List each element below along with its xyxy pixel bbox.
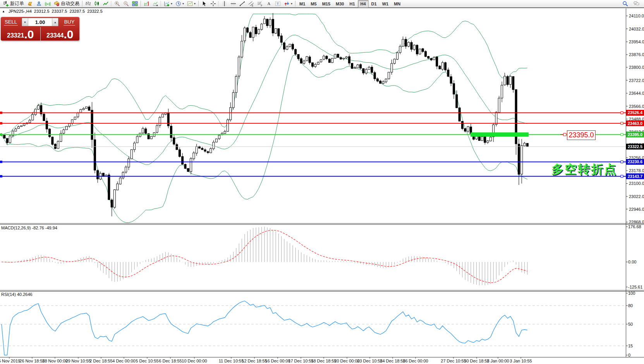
svg-text:23100.0: 23100.0 [629,181,644,186]
volume-decrease-button[interactable]: ▼ [22,18,28,26]
templates-icon [187,1,193,7]
svg-text:23526.4: 23526.4 [628,110,642,115]
rsi-label: RSI(14) 40.2646 [1,292,33,297]
chevron-down-icon: ▾ [171,2,172,5]
time-label: 17 Dec 10:55 [288,359,313,363]
toolbar-button-zoom-in[interactable] [113,0,122,8]
time-label: 18 Dec 18:55 [311,359,336,363]
ohlc-high: 23337.5 [52,9,67,14]
time-label: 28 Nov 00:00 [42,359,67,363]
toolbar-button-line-chart[interactable] [101,0,110,8]
svg-text:24110.0: 24110.0 [629,14,644,18]
svg-text:F: F [261,4,262,7]
svg-text:22868.0: 22868.0 [629,220,644,224]
time-label: 12 Dec 18:55 [242,359,267,363]
timeframe-D1[interactable]: D1 [369,0,380,8]
chart-area[interactable]: 24110.024032.023954.023876.023800.023722… [0,0,644,364]
toolbar-button-periods[interactable]: ▾ [174,0,185,8]
toolbar-button-indicators[interactable]: ▾ [162,0,174,8]
svg-text:23644.0: 23644.0 [629,91,644,96]
toolbar-button-horizontal-line[interactable] [229,0,238,8]
toolbar-button-arrows[interactable]: ▾ [282,0,294,8]
toolbar-button-fibonacci[interactable]: F [256,0,264,8]
toolbar-separator [198,1,199,7]
toolbar-button-tile-windows[interactable] [131,0,139,8]
svg-text:0: 0 [628,353,630,357]
zoom-in-icon [114,1,120,7]
toolbar-button-text-label[interactable]: T [273,0,282,8]
toolbar-separator [82,1,82,7]
toolbar: 新订单自动交易▾▾▾EFAT▾M1M5M15M30H1H4D1W1MN [0,0,644,8]
timeframe-W1[interactable]: W1 [380,0,392,8]
time-axis[interactable]: 5 Nov 201926 Nov 18:5528 Nov 00:0029 Nov… [0,357,532,363]
svg-text:23722.0: 23722.0 [629,78,644,83]
timeframe-H1[interactable]: H1 [347,0,357,8]
turning-point-text[interactable]: 多空转折点 [551,161,617,178]
toolbar-button-cursor[interactable] [200,0,209,8]
toolbar-button-search[interactable] [621,0,630,8]
toolbar-button-vertical-line[interactable] [220,0,229,8]
timeframe-M5[interactable]: M5 [308,0,319,8]
svg-text:50: 50 [628,322,633,326]
timeframe-M1[interactable]: M1 [297,0,308,8]
toolbar-button-candle-chart[interactable] [93,0,101,8]
toolbar-separator [295,1,295,7]
chart-shift-icon [144,1,149,7]
toolbar-button-chart-shift[interactable] [142,0,151,8]
chevron-down-icon: ▾ [291,2,292,5]
volume-input[interactable] [28,18,52,26]
toolbar-button-crosshair[interactable] [209,0,218,8]
svg-text:A: A [267,1,271,6]
svg-text:23566.0: 23566.0 [629,104,644,109]
time-label: 11 Dec 10:55 [219,359,244,363]
svg-text:24032.0: 24032.0 [629,27,644,31]
auto-scroll-icon [153,1,158,7]
time-label: 27 Dec 10:55 [441,359,466,363]
toolbar-button-bar-chart[interactable] [84,0,93,8]
sell-button[interactable]: SELL [1,19,21,26]
window-expand-icon: ▲ [2,10,5,13]
toolbar-separator [218,1,219,7]
timeframe-M30[interactable]: M30 [333,0,347,8]
price-axis[interactable]: 24110.024032.023954.023876.023800.023722… [626,14,644,357]
svg-text:23178.0: 23178.0 [629,168,644,173]
chevron-down-icon: ▾ [182,2,184,5]
toolbar-button-signals[interactable] [43,0,52,8]
auto-trading-icon [54,1,60,7]
svg-text:23954.0: 23954.0 [629,39,644,44]
toolbar-button-trendline[interactable] [238,0,247,8]
toolbar-button-deposit[interactable] [26,0,34,8]
timeframe-M15[interactable]: M15 [319,0,333,8]
svg-text:23463.0: 23463.0 [628,121,642,126]
svg-text:23876.0: 23876.0 [629,52,644,57]
macd-label: MACD(12,26,9) -82.76 -49.94 [1,226,57,230]
toolbar-button-auto-scroll[interactable] [151,0,160,8]
timeframe-H4[interactable]: H4 [358,0,369,8]
buy-button[interactable]: BUY [59,19,79,26]
volume-increase-button[interactable]: ▲ [52,18,58,26]
toolbar-button-zoom-out[interactable] [122,0,131,8]
timeframe-MN[interactable]: MN [391,0,403,8]
svg-text:23022.0: 23022.0 [629,194,644,199]
buy-price[interactable]: 23344.0 [40,27,80,41]
volume-stepper: ▼ ▲ [22,18,58,26]
toolbar-button-templates[interactable]: ▾ [185,0,197,8]
toolbar-button-auto-trading[interactable]: 自动交易 [52,0,81,8]
toolbar-button-new-order[interactable]: 新订单 [2,0,26,8]
toolbar-right-icons [621,0,642,8]
sell-price[interactable]: 23321.0 [1,27,40,41]
indicators-icon [164,1,170,7]
text-icon: A [266,1,272,7]
toolbar-separator [141,1,141,7]
svg-text:-125.61: -125.61 [628,285,642,289]
svg-text:23143.7: 23143.7 [628,174,642,179]
toolbar-button-community[interactable] [34,0,43,8]
time-label: 4 Dec 00:00 [112,359,135,363]
price-tag-label[interactable]: 23395.0 [567,130,596,140]
time-label: 20 Dec 00:00 [334,359,359,363]
svg-text:80: 80 [628,303,633,308]
toolbar-button-chat[interactable] [632,0,641,8]
toolbar-button-text[interactable]: A [264,0,273,8]
toolbar-button-equidistant-channel[interactable]: E [247,0,256,8]
highlight-segment [471,132,529,137]
